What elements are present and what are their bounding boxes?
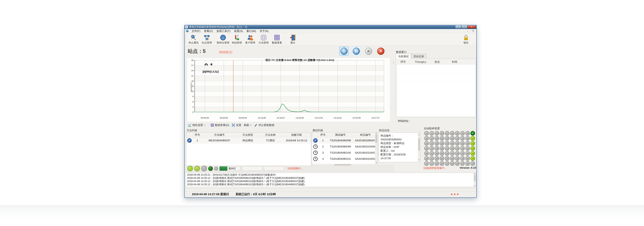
sample-manage-button[interactable]: 样品管理 — [230, 34, 244, 45]
autosampler-vial-A2[interactable]: A2 — [470, 136, 475, 141]
sampling-point-manage-button[interactable]: i 取样点管理 — [216, 34, 230, 45]
menu-window[interactable]: 窗口(W) — [245, 29, 258, 33]
autosampler-vial-D3[interactable]: D3 — [455, 141, 460, 146]
refresh-button[interactable]: 刷新 ▼ — [243, 123, 252, 127]
autosampler-vial-E4[interactable]: E4 — [450, 146, 454, 151]
table-row[interactable]: 1ME201804080037样品测试TC测试2018/4/8 14:25:12 — [186, 137, 311, 144]
autosampler-vial-C4[interactable]: C4 — [460, 146, 465, 151]
menu-settings[interactable]: 设置(S) — [232, 29, 245, 33]
autosampler-vial-B4[interactable]: B4 — [465, 146, 470, 151]
start-run-button[interactable] — [364, 47, 373, 56]
table-row[interactable]: 2TS201804080099SA201803310000 — [312, 144, 377, 150]
autosampler-vial-F6[interactable]: F6 — [445, 156, 450, 161]
autosampler-vial-I1[interactable]: I1 — [429, 131, 434, 136]
autosampler-vial-B2[interactable]: B2 — [465, 136, 470, 141]
autosampler-vial-F7[interactable]: F7 — [445, 161, 450, 166]
data-view-button[interactable]: 数据查看 — [270, 34, 284, 45]
autosampler-vial-H1[interactable]: H1 — [434, 131, 439, 136]
autosampler-vial-I2[interactable]: I2 — [429, 136, 434, 141]
autosampler-vial-D2[interactable]: D2 — [455, 136, 460, 141]
autosampler-vial-B6[interactable]: B6 — [465, 156, 470, 161]
abort-run-button[interactable]: ✕ — [376, 47, 386, 56]
autosampler-vial-F2[interactable]: F2 — [445, 136, 450, 141]
column-header[interactable]: 序号 — [319, 132, 327, 137]
close-button[interactable]: ✕ — [468, 25, 476, 29]
column-header[interactable]: 测试编号 — [327, 132, 354, 137]
minimize-button[interactable]: – — [455, 25, 461, 29]
test-list-vertical-scrollbar[interactable]: ▲▼ — [375, 132, 377, 166]
autosampler-vial-B1[interactable]: B1 — [465, 131, 470, 136]
autosampler-vial-J1[interactable]: J1 — [424, 131, 429, 136]
menu-about[interactable]: 关于(A) — [258, 29, 270, 33]
sample-info-scrollbar[interactable]: ▲▼ — [418, 133, 420, 162]
menu-view[interactable]: 查看(V) — [202, 29, 214, 33]
autosampler-vial-E7[interactable]: E7 — [450, 161, 454, 166]
pause-run-button[interactable] — [352, 47, 361, 56]
autosampler-vial-F5[interactable]: F5 — [445, 151, 450, 156]
autosampler-vial-A7[interactable]: A7 — [470, 161, 475, 166]
autosampler-vial-A5[interactable]: A5 — [470, 151, 475, 156]
autosampler-vial-G6[interactable]: G6 — [440, 156, 444, 161]
autosampler-vial-D6[interactable]: D6 — [455, 156, 460, 161]
autosampler-vial-C1[interactable]: C1 — [460, 131, 465, 136]
autosampler-vial-J2[interactable]: J2 — [424, 136, 429, 141]
lock-button[interactable]: 锁定 — [459, 34, 473, 45]
autosampler-vial-C6[interactable]: C6 — [460, 156, 465, 161]
column-header[interactable]: 方法名称 — [259, 132, 282, 137]
autosampler-vial-G1[interactable]: G1 — [440, 131, 444, 136]
autosampler-vial-E6[interactable]: E6 — [450, 156, 454, 161]
autosampler-vial-E5[interactable]: E5 — [450, 151, 454, 156]
autosampler-vial-F3[interactable]: F3 — [445, 141, 450, 146]
column-header[interactable]: 状态 — [432, 59, 443, 64]
autosampler-vial-E2[interactable]: E2 — [450, 136, 454, 141]
autosampler-vial-D4[interactable]: D4 — [455, 146, 460, 151]
table-row[interactable]: 4TS201804080101SA201803310002 — [312, 156, 377, 162]
autosampler-vial-B7[interactable]: B7 — [465, 161, 470, 166]
autosampler-vial-D1[interactable]: D1 — [455, 131, 460, 136]
autosampler-vial-H7[interactable]: H7 — [434, 161, 439, 166]
autosampler-vial-H4[interactable]: H4 — [434, 146, 439, 151]
autosampler-vial-C5[interactable]: C5 — [460, 151, 465, 156]
title-bar[interactable]: σ 泰林总有机碳分析系统软件[xt(ybyh)照例] - [站点：5] – □ … — [184, 25, 477, 29]
autosampler-vial-J7[interactable]: J7 — [424, 161, 429, 166]
menu-tools[interactable]: 实用工具(T) — [215, 29, 232, 33]
autosampler-vial-D5[interactable]: D5 — [455, 151, 460, 156]
autosampler-vial-I6[interactable]: I6 — [429, 156, 434, 161]
autosampler-vial-C2[interactable]: C2 — [460, 136, 465, 141]
column-header[interactable]: 样品编号 — [354, 132, 378, 137]
stop-data-fetch-button[interactable]: 停止获取数据 — [254, 123, 275, 127]
test-list-table[interactable]: 序号测试编号样品编号1TS201804080098SA2018032800012… — [312, 132, 378, 166]
stop-run-button[interactable] — [340, 47, 348, 56]
linear-settings-button[interactable]: 线性设置 ▼ — [188, 123, 206, 127]
autosampler-vial-D7[interactable]: D7 — [455, 161, 460, 166]
collapse-right-panel-button[interactable]: ‹ — [392, 59, 394, 65]
column-header[interactable]: 序号 — [397, 59, 410, 64]
autosampler-vial-A3[interactable]: A3 — [470, 141, 475, 146]
autosampler-vial-A6[interactable]: A6 — [470, 156, 475, 161]
autosampler-vial-E3[interactable]: E3 — [450, 141, 454, 146]
autosampler-vial-J3[interactable]: J3 — [424, 141, 429, 146]
autosampler-vial-H3[interactable]: H3 — [434, 141, 439, 146]
autosampler-vial-B5[interactable]: B5 — [465, 151, 470, 156]
autosampler-vial-J4[interactable]: J4 — [424, 146, 429, 151]
autosampler-vial-G4[interactable]: G4 — [440, 146, 444, 151]
autosampler-vial-J5[interactable]: J5 — [424, 151, 429, 156]
table-row[interactable]: 1TS201804080098SA201803280001 — [312, 137, 377, 144]
exit-button[interactable]: 退出 — [286, 34, 300, 45]
autosampler-vial-G3[interactable]: G3 — [440, 141, 444, 146]
method-manage-button[interactable]: 方法管理 — [257, 34, 270, 45]
method-list-table[interactable]: 序号方法编号方法类型方法名称创建日期1ME201804080037样品测试TC测… — [186, 132, 311, 166]
autosampler-vial-I4[interactable]: I4 — [429, 146, 434, 151]
autosampler-vial-H2[interactable]: H2 — [434, 136, 439, 141]
autosampler-vial-E1[interactable]: E1 — [450, 131, 454, 136]
autosampler-vial-C7[interactable]: C7 — [460, 161, 465, 166]
menu-file[interactable]: 文件(F) — [190, 29, 202, 33]
station-manage-button[interactable]: 站点管理 — [200, 34, 214, 45]
autosampler-vial-A4[interactable]: A4 — [470, 146, 475, 151]
autosampler-vial-I5[interactable]: I5 — [429, 151, 434, 156]
tab-current-test[interactable]: 当前测试 — [396, 54, 411, 59]
autosampler-vial-A1[interactable]: A1 — [470, 131, 475, 136]
toolbar-grip[interactable] — [185, 34, 186, 45]
autosampler-vial-H6[interactable]: H6 — [434, 156, 439, 161]
column-header[interactable]: 序号 — [193, 132, 202, 137]
